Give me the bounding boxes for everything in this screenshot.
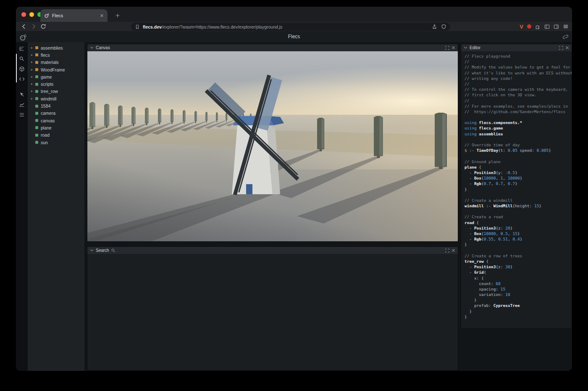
- expand-arrow-icon[interactable]: ▸: [31, 82, 35, 86]
- expand-arrow-icon[interactable]: ▸: [31, 68, 35, 71]
- chevron-down-icon[interactable]: [464, 46, 467, 50]
- tree-item-plane[interactable]: plane: [28, 124, 84, 131]
- minimize-window-button[interactable]: [29, 12, 34, 17]
- forward-icon[interactable]: [31, 24, 37, 29]
- code-line: windmill :- WindMill{height: 15}: [465, 203, 572, 209]
- close-icon[interactable]: [565, 46, 569, 50]
- code-line: //: [465, 82, 572, 87]
- tree-item-label: plane: [41, 125, 52, 130]
- code-line: // For more examples, see examples/plecs…: [465, 104, 572, 109]
- tree-item-road[interactable]: road: [28, 132, 84, 139]
- search-icon[interactable]: [19, 56, 25, 62]
- tree-item-windmill[interactable]: ▸windmill: [28, 95, 84, 102]
- tree-item-sun[interactable]: sun: [28, 139, 84, 146]
- search-panel: Search: [87, 246, 458, 371]
- tab-close-icon[interactable]: ✕: [100, 13, 104, 18]
- chevron-down-icon[interactable]: [90, 46, 94, 50]
- tree-item-flecs[interactable]: ▸flecs: [28, 51, 84, 58]
- expand-arrow-icon[interactable]: ▸: [31, 46, 35, 50]
- code-line: // Flecs playground: [465, 54, 572, 59]
- code-icon[interactable]: [19, 76, 25, 82]
- url-bar[interactable]: flecs.dev/explorer/?wasm=https://www.fle…: [131, 23, 450, 31]
- vivaldi-icon[interactable]: V: [520, 24, 523, 30]
- tree-item-tree_row[interactable]: ▸tree_row: [28, 88, 84, 95]
- expand-icon[interactable]: [559, 46, 563, 50]
- tab-favicon-flecs-icon: [44, 13, 49, 18]
- tree-item-canvas[interactable]: canvas: [28, 117, 84, 124]
- code-line: - Position3{y: -0.5}: [465, 170, 572, 176]
- code-line: spacing: 15: [465, 287, 572, 292]
- back-icon[interactable]: [21, 24, 27, 29]
- code-line: }: [465, 298, 572, 303]
- page-title: Flecs: [16, 31, 572, 42]
- code-line: }: [465, 242, 572, 248]
- entity-square-icon: [35, 75, 38, 78]
- close-window-button[interactable]: [21, 12, 26, 17]
- code-line: // Modify the values below to get a feel…: [465, 65, 572, 70]
- editor-code[interactable]: // Flecs playground//// Modify the value…: [461, 51, 572, 328]
- reload-icon[interactable]: [40, 24, 46, 29]
- module-square-icon: [35, 46, 38, 49]
- close-icon[interactable]: [452, 248, 455, 252]
- traffic-lights: [21, 12, 42, 17]
- module-square-icon: [35, 61, 38, 64]
- code-line: }: [465, 314, 572, 320]
- tree-item-label: road: [41, 132, 50, 137]
- code-line: [465, 193, 572, 198]
- expand-arrow-icon[interactable]: ▸: [31, 61, 35, 64]
- search-results-area[interactable]: [87, 254, 458, 370]
- canvas-3d-view[interactable]: [87, 51, 458, 242]
- pointer-icon[interactable]: [19, 92, 25, 98]
- tree-item-materials[interactable]: ▸materials: [28, 59, 84, 66]
- tree-item-label: sun: [41, 140, 48, 145]
- hierarchy-icon[interactable]: [19, 46, 25, 52]
- tree-item-camera[interactable]: camera: [28, 110, 84, 117]
- expand-arrow-icon[interactable]: ▸: [31, 90, 35, 93]
- search-icon[interactable]: [111, 248, 116, 253]
- flecs-logo-icon[interactable]: [19, 33, 27, 41]
- tree-item-label: 1584: [41, 103, 50, 108]
- tree-item-WoodFrame[interactable]: ▸WoodFrame: [28, 66, 84, 73]
- code-line: using assemblies: [465, 132, 572, 137]
- code-line: // Override time of day: [465, 143, 572, 148]
- code-line: // writing any code!: [465, 76, 572, 82]
- canvas-panel-header: Canvas: [87, 44, 458, 51]
- url-text: flecs.dev/explorer/?wasm=https://www.fle…: [143, 24, 282, 29]
- editor-panel-title: Editor: [470, 45, 480, 50]
- rows-icon[interactable]: [19, 112, 25, 118]
- active-panel-indicator: [16, 54, 17, 82]
- tree-item-label: canvas: [41, 118, 55, 123]
- entity-square-icon: [35, 105, 38, 108]
- cube-icon[interactable]: [19, 66, 25, 72]
- expand-arrow-icon[interactable]: ▸: [31, 75, 35, 79]
- browser-tab[interactable]: Flecs ✕: [40, 9, 108, 22]
- expand-arrow-icon[interactable]: ▸: [31, 53, 35, 57]
- tree-item-game[interactable]: ▸game: [28, 73, 84, 80]
- permalink-icon[interactable]: [563, 34, 568, 40]
- module-square-icon: [35, 53, 38, 56]
- recording-indicator-icon[interactable]: [527, 24, 531, 29]
- shield-icon[interactable]: [441, 24, 446, 29]
- share-icon[interactable]: [432, 24, 437, 29]
- entity-tree: ▸assemblies▸flecs▸materials▸WoodFrame▸ga…: [28, 42, 84, 371]
- expand-icon[interactable]: [445, 46, 449, 50]
- extensions-puzzle-icon[interactable]: [535, 24, 541, 29]
- tree-item-label: WoodFrame: [41, 67, 65, 72]
- reading-panel-icon[interactable]: [554, 24, 559, 29]
- code-line: - Rgb{0.55, 0.51, 0.4}: [465, 237, 572, 242]
- close-icon[interactable]: [452, 46, 455, 50]
- expand-arrow-icon[interactable]: ▸: [31, 97, 35, 100]
- tree-item-assemblies[interactable]: ▸assemblies: [28, 44, 84, 51]
- expand-icon[interactable]: [445, 248, 449, 253]
- menu-hamburger-icon[interactable]: [563, 24, 569, 29]
- editor-panel: Editor // Flecs playground//// Modify th…: [461, 44, 572, 329]
- code-line: using flecs.components.*: [465, 120, 572, 126]
- tree-item-scripts[interactable]: ▸scripts: [28, 80, 84, 87]
- chart-icon[interactable]: [19, 102, 25, 108]
- bookmark-icon[interactable]: [135, 24, 140, 29]
- side-panel-icon[interactable]: [544, 24, 550, 29]
- chevron-down-icon[interactable]: [90, 248, 94, 252]
- url-domain: flecs.dev: [143, 24, 162, 29]
- new-tab-button[interactable]: [113, 11, 123, 21]
- tree-item-1584[interactable]: 1584: [28, 102, 84, 109]
